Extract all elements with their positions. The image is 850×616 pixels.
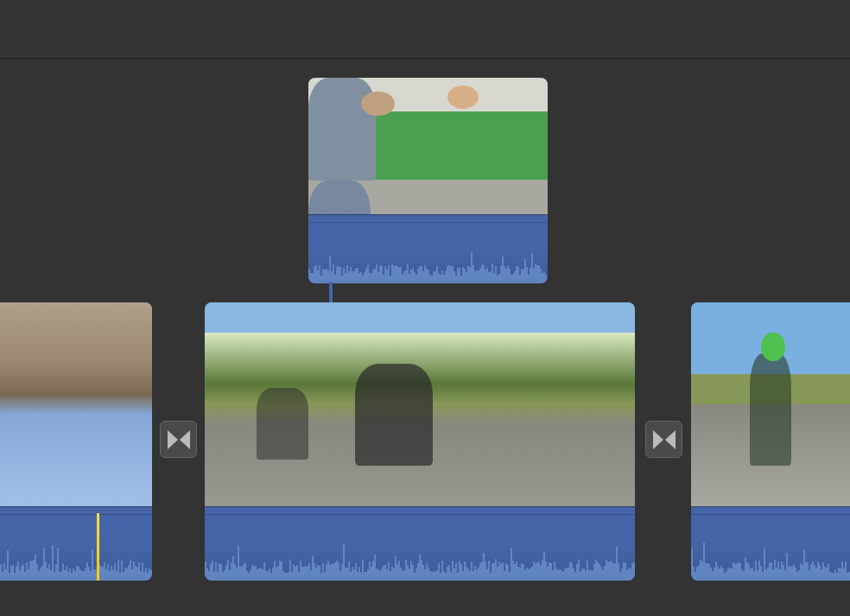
overlay-clip[interactable] [308,78,548,283]
overlay-clip-audio[interactable] [308,214,548,283]
waveform [691,530,850,581]
clip-audio[interactable] [205,506,635,581]
transition-icon [651,427,677,453]
waveform [205,530,635,581]
transition-icon [166,427,192,453]
timeline-clip[interactable] [691,302,850,581]
transition-cross-dissolve[interactable] [645,421,682,458]
waveform [0,530,152,581]
waveform [308,236,548,283]
clip-thumbnail [0,302,152,506]
clip-audio[interactable] [691,506,850,581]
transition-cross-dissolve[interactable] [160,421,197,458]
clip-thumbnail [691,302,850,506]
timeline-clip[interactable] [0,302,152,581]
overlay-clip-thumbnail [308,78,548,214]
timeline-clip[interactable] [205,302,635,581]
audio-peak-marker [97,513,99,581]
clip-audio[interactable] [0,506,152,581]
clip-thumbnail [205,302,635,506]
timeline[interactable] [0,59,850,616]
